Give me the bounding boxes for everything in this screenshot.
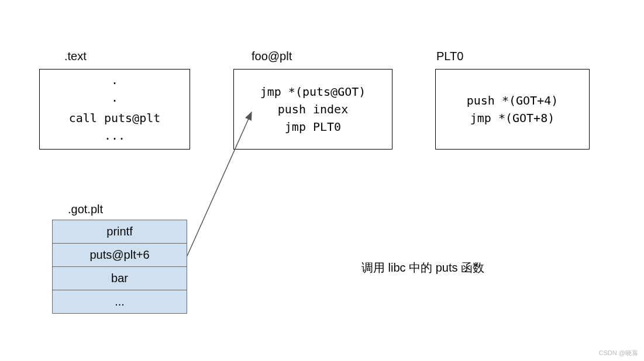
plt0-box: push *(GOT+4) jmp *(GOT+8) [435, 69, 590, 150]
text-line: call puts@plt [40, 109, 190, 127]
plt0-line: push *(GOT+4) [436, 92, 589, 109]
plt0-label: PLT0 [436, 50, 463, 63]
got-plt-table: printf puts@plt+6 bar ... [52, 220, 187, 314]
watermark: CSDN @晓寡 [599, 349, 638, 357]
got-plt-label: .got.plt [68, 203, 103, 216]
plt-line: push index [234, 100, 392, 118]
plt-entry-label: foo@plt [252, 50, 292, 63]
text-line: · [40, 74, 190, 92]
got-row: puts@plt+6 [53, 244, 187, 267]
text-section-box: · · call puts@plt ... [39, 69, 190, 150]
plt0-line: jmp *(GOT+8) [436, 109, 589, 127]
caption-text: 调用 libc 中的 puts 函数 [361, 260, 484, 276]
text-line: ... [40, 127, 190, 144]
got-row: ... [53, 290, 187, 314]
got-row: printf [53, 220, 187, 244]
text-section-label: .text [64, 50, 87, 63]
plt-entry-box: jmp *(puts@GOT) push index jmp PLT0 [233, 69, 392, 150]
plt-line: jmp *(puts@GOT) [234, 83, 392, 100]
plt-line: jmp PLT0 [234, 118, 392, 136]
got-row: bar [53, 267, 187, 290]
text-line: · [40, 92, 190, 109]
